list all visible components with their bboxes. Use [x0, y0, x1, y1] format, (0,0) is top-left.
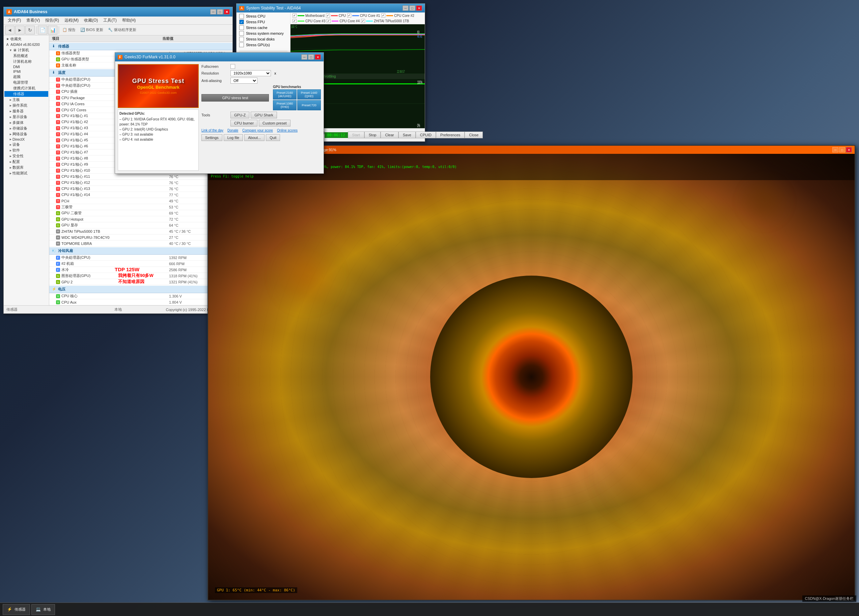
menu-favorites[interactable]: 收藏(O) [81, 17, 100, 24]
update-label[interactable]: 🔄 BIOS 更新 [78, 27, 105, 33]
refresh-button[interactable]: ↻ [25, 26, 35, 34]
menu-report[interactable]: 报告(R) [42, 17, 62, 24]
sidebar-motherboard[interactable]: ► 主板 [5, 97, 48, 103]
bios-label[interactable]: 📋 报告 [60, 27, 78, 33]
legend-cpu-check[interactable]: ✓ [326, 14, 330, 17]
menu-help[interactable]: 帮助(H) [119, 17, 139, 24]
legend-mb-check[interactable]: ✓ [292, 14, 297, 17]
fullscreen-checkbox[interactable] [230, 64, 235, 69]
report-button[interactable]: 📄 [38, 26, 47, 34]
log-file-button[interactable]: Log file [224, 134, 243, 141]
preset-720-button[interactable]: Preset:720 [297, 100, 321, 110]
legend-core3-check[interactable]: ✓ [292, 19, 297, 23]
legend-cpu-core3[interactable]: ✓ CPU Core #3 [292, 19, 325, 23]
link-of-day[interactable]: Link of the day [201, 128, 223, 132]
furmark-minimize-button[interactable]: ─ [301, 54, 308, 60]
resolution-select[interactable]: 1920x1080 1280x720 2560x1440 [230, 70, 271, 76]
custom-preset-button[interactable]: Custom preset [259, 120, 290, 126]
cpu-burner-button[interactable]: CPU burner [230, 120, 258, 126]
menu-remote[interactable]: 远程(M) [62, 17, 81, 24]
sidebar-system-overview[interactable]: 系统概述 [5, 53, 48, 59]
sidebar-ipmi[interactable]: IPMI [5, 69, 48, 74]
legend-core4-check[interactable]: ✓ [326, 19, 331, 23]
stress-cache-checkbox[interactable] [239, 25, 244, 30]
preset-1080-button[interactable]: Preset:1080(FHD) [273, 100, 297, 110]
sidebar-sensors[interactable]: 传感器 [5, 91, 48, 97]
minimize-button[interactable]: ─ [210, 9, 216, 14]
gpuz-button[interactable]: GPU-Z [230, 112, 249, 119]
stress-memory-checkbox[interactable] [239, 31, 244, 36]
sidebar-server[interactable]: ► 服务器 [5, 108, 48, 114]
stress-disk-checkbox[interactable] [239, 37, 244, 42]
cpuid-button[interactable]: CPUID [415, 131, 436, 138]
sidebar-software[interactable]: ► 软件 [5, 147, 48, 153]
close-button[interactable]: ✕ [224, 9, 230, 14]
menu-file[interactable]: 文件(F) [5, 17, 23, 24]
stability-close-button[interactable]: ✕ [416, 5, 422, 11]
sidebar-power-mgmt[interactable]: 电源管理 [5, 80, 48, 85]
gpu-stress-test-button[interactable]: GPU stress test [201, 94, 269, 101]
clear-button[interactable]: Clear [381, 131, 398, 138]
compare-score-link[interactable]: Compare your score [242, 128, 273, 132]
gl-close-button[interactable]: ✕ [846, 147, 852, 153]
close-stability-button[interactable]: Close [465, 131, 483, 138]
sidebar-favorites[interactable]: ★ 收藏夹 [5, 36, 48, 42]
sidebar-computer-name[interactable]: 计算机名称 [5, 59, 48, 64]
sidebar-network[interactable]: ► 网络设备 [5, 131, 48, 137]
settings-button[interactable]: Settings [201, 134, 222, 141]
legend-core1-check[interactable]: ✓ [347, 14, 351, 17]
start-button[interactable]: Start [348, 131, 364, 138]
driver-label[interactable]: 🔧 驱动程序更新 [106, 27, 138, 33]
taskbar-sensors[interactable]: ⚡ 传感器 [3, 604, 30, 615]
back-button[interactable]: ◄ [5, 26, 14, 34]
online-scores-link[interactable]: Online scores [277, 128, 298, 132]
stability-minimize-button[interactable]: ─ [403, 5, 409, 11]
taskbar-local[interactable]: 💻 本地 [31, 604, 55, 615]
sidebar-dmi[interactable]: DMI [5, 64, 48, 69]
donate-link[interactable]: Donate [227, 128, 238, 132]
menu-view[interactable]: 查看(V) [23, 17, 42, 24]
stress-fpu-checkbox[interactable]: ✓ [239, 20, 244, 24]
sidebar-database[interactable]: ► 数据库 [5, 165, 48, 170]
legend-zhitai-check[interactable]: ✓ [361, 19, 365, 23]
graph-button[interactable]: 📊 [48, 26, 57, 34]
legend-core2-check[interactable]: ✓ [381, 14, 385, 17]
furmark-close-button[interactable]: ✕ [315, 54, 321, 60]
preset-2160-button[interactable]: Preset:2160(4K/UHD) [273, 89, 297, 100]
sidebar-benchmark[interactable]: ► 性能测试 [5, 170, 48, 176]
sidebar-aida64[interactable]: A AIDA64 v6.80.6200 [5, 42, 48, 47]
sidebar-security[interactable]: ► 安全性 [5, 153, 48, 159]
legend-cpu-core1[interactable]: ✓ CPU Core #1 [347, 14, 380, 17]
sidebar-config[interactable]: ► 配置 [5, 159, 48, 165]
about-button[interactable]: About... [244, 134, 264, 141]
legend-cpu[interactable]: ✓ CPU [326, 14, 346, 17]
forward-button[interactable]: ► [15, 26, 25, 34]
legend-zhitai[interactable]: ✓ ZHITAI TiPlus5000 1TB [361, 19, 409, 23]
sidebar-os[interactable]: ► 操作系统 [5, 103, 48, 108]
legend-cpu-core2[interactable]: ✓ CPU Core #2 [381, 14, 414, 17]
sidebar-multimedia[interactable]: ► 多媒体 [5, 120, 48, 125]
furmark-maximize-button[interactable]: □ [308, 54, 314, 60]
gpushark-button[interactable]: GPU Shark [251, 112, 277, 119]
aa-select[interactable]: Off 2x MSAA 4x MSAA [230, 78, 258, 84]
sidebar-directx[interactable]: ► DirectX [5, 137, 48, 142]
stress-gpu-checkbox[interactable] [239, 42, 244, 47]
quit-button[interactable]: Quit [266, 134, 280, 141]
legend-motherboard[interactable]: ✓ Motherboard [292, 14, 325, 17]
stress-cpu-checkbox[interactable] [239, 14, 244, 19]
sidebar-overclock[interactable]: 超频 [5, 74, 48, 80]
sidebar-storage[interactable]: ► 存储设备 [5, 125, 48, 131]
maximize-button[interactable]: □ [217, 9, 223, 14]
menu-tools[interactable]: 工具(T) [100, 17, 119, 24]
sidebar-devices[interactable]: ► 设备 [5, 142, 48, 147]
sidebar-computer[interactable]: ▼ 🖥 计算机 [5, 47, 48, 53]
stability-maximize-button[interactable]: □ [409, 5, 415, 11]
sidebar-portable[interactable]: 便携式计算机 [5, 85, 48, 91]
stop-button[interactable]: Stop [364, 131, 381, 138]
preset-1440-button[interactable]: Preset:1440(QHD) [297, 89, 321, 100]
save-button[interactable]: Save [398, 131, 415, 138]
sidebar-display[interactable]: ► 显示设备 [5, 114, 48, 120]
gl-minimize-button[interactable]: ─ [832, 147, 839, 153]
preferences-button[interactable]: Preferences [436, 131, 465, 138]
gl-maximize-button[interactable]: □ [839, 147, 845, 153]
